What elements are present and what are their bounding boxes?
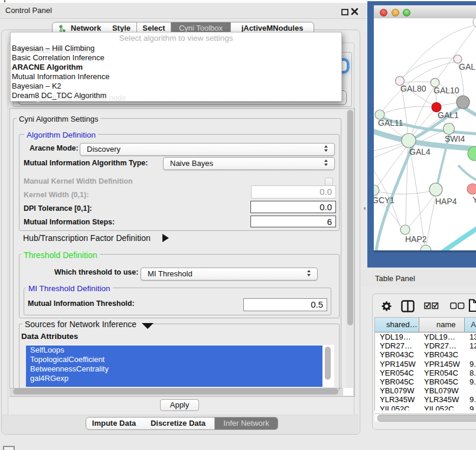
svg-text:GAL80: GAL80 <box>400 84 426 93</box>
svg-text:HAP2: HAP2 <box>405 234 427 244</box>
svg-text:GCY1: GCY1 <box>374 195 395 205</box>
svg-text:GAL10: GAL10 <box>433 86 459 95</box>
svg-text:HAP4: HAP4 <box>435 197 457 206</box>
svg-text:SWI4: SWI4 <box>445 134 465 144</box>
svg-text:GAL1: GAL1 <box>438 110 459 120</box>
svg-text:Y: Y <box>472 195 476 204</box>
svg-text:GAL4: GAL4 <box>409 147 431 156</box>
svg-text:GAL: GAL <box>459 62 475 71</box>
svg-text:GAL11: GAL11 <box>378 118 403 128</box>
